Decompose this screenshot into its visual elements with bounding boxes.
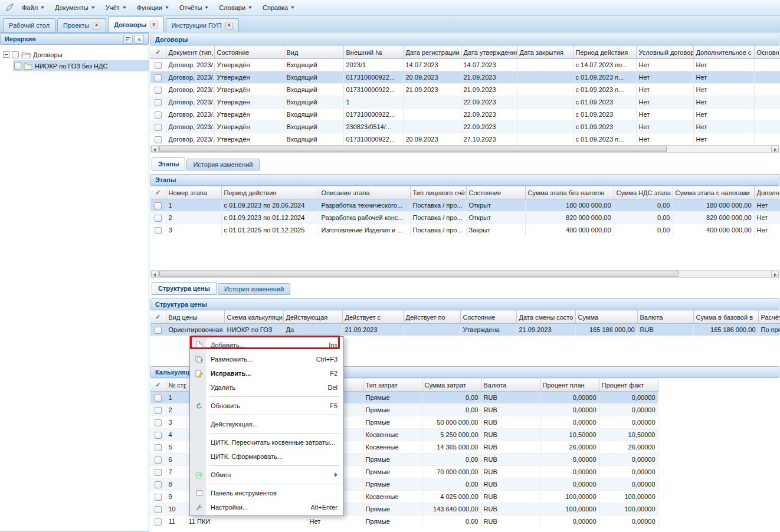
column-header[interactable]: Условный договор xyxy=(636,46,693,59)
panel-tab[interactable]: История изменений xyxy=(218,283,290,295)
row-checkbox[interactable] xyxy=(155,432,162,439)
collapse-panel-icon[interactable] xyxy=(135,35,144,44)
table-row[interactable]: Договор, 2023/...УтверждёнВходящий017310… xyxy=(150,109,780,121)
context-menu-item[interactable]: Настройки...Alt+Enter xyxy=(191,500,342,514)
horizontal-scrollbar[interactable] xyxy=(150,145,779,153)
table-row[interactable]: Договор, 2023/...УтверждёнВходящий2023/1… xyxy=(150,59,780,71)
column-header[interactable]: Сумма xyxy=(575,311,637,324)
tree-node-checkbox[interactable] xyxy=(12,51,19,58)
column-header[interactable]: Основн xyxy=(754,46,780,59)
row-checkbox[interactable] xyxy=(155,227,162,234)
column-header[interactable]: Сумма этапа с налогами xyxy=(673,186,754,199)
column-header[interactable]: Тип затрат xyxy=(363,379,422,392)
column-header[interactable]: Период действия xyxy=(221,186,319,199)
table-row[interactable]: 1111 ПКИНетПрямые0,00RUB0,000000,00000 xyxy=(150,515,658,528)
column-header[interactable]: Схема калькуляци xyxy=(224,311,283,324)
row-checkbox[interactable] xyxy=(155,124,162,131)
row-checkbox[interactable] xyxy=(155,444,162,451)
column-header[interactable]: Сумма в базовой в xyxy=(693,311,758,324)
column-header[interactable]: Состояние xyxy=(214,46,284,59)
column-header[interactable]: Дата регистрации xyxy=(403,46,461,59)
column-header[interactable]: Дополн xyxy=(754,186,780,199)
context-menu-item[interactable]: Действующая... xyxy=(191,417,342,431)
column-header[interactable]: Дата смены состо xyxy=(516,311,575,324)
context-menu-item[interactable]: Исправить...F2 xyxy=(191,366,342,380)
row-checkbox[interactable] xyxy=(155,87,162,94)
select-all-column-header[interactable]: ✓ xyxy=(150,46,166,59)
scroll-left-icon[interactable] xyxy=(151,271,159,277)
row-checkbox[interactable] xyxy=(155,395,162,402)
column-header[interactable]: Процент план xyxy=(540,379,599,392)
column-header[interactable]: Номер этапа xyxy=(166,186,221,199)
table-row[interactable]: Договор, 2023/...УтверждёнВходящий230823… xyxy=(150,121,780,133)
tree-node-selection[interactable]: НИОКР по ГОЗ без НДС xyxy=(13,60,149,71)
row-checkbox[interactable] xyxy=(155,74,162,81)
table-row[interactable]: 2с 01.09.2023 по 01.12.2024Разработка ра… xyxy=(150,212,780,224)
row-checkbox[interactable] xyxy=(155,111,162,119)
context-menu-item[interactable]: ЦИТК. Сформировать... xyxy=(191,449,342,464)
workspace-tab[interactable]: Рабочий стол xyxy=(3,18,55,32)
scrollbar-thumb[interactable] xyxy=(159,271,679,277)
row-checkbox[interactable] xyxy=(155,457,162,464)
table-row[interactable]: 3с 01.01.2025 по 01.12.2025Изготовление … xyxy=(150,224,780,237)
table-row[interactable]: Договор, 2023/...УтверждёнВходящий122.09… xyxy=(150,96,780,109)
scroll-left-icon[interactable] xyxy=(151,146,159,152)
row-checkbox[interactable] xyxy=(155,202,162,209)
context-menu-item[interactable]: УдалитьDel xyxy=(191,380,342,395)
column-header[interactable]: Действует по xyxy=(403,311,460,324)
panel-tab[interactable]: Структура цены xyxy=(152,282,217,295)
menubar-item[interactable]: Учёт xyxy=(100,1,132,14)
tree-node-checkbox[interactable] xyxy=(14,63,21,70)
tree-node[interactable]: НИОКР по ГОЗ без НДС xyxy=(0,60,149,71)
column-header[interactable]: Сумма этапа без налогов xyxy=(525,186,614,199)
table-row[interactable]: Договор, 2023/...УтверждёнВходящий017310… xyxy=(150,71,780,84)
context-menu-item[interactable]: Панель инструментов xyxy=(191,486,342,500)
menubar-item[interactable]: Файл xyxy=(17,1,50,14)
sort-icon[interactable] xyxy=(123,35,133,44)
column-header[interactable]: Дополнительное с xyxy=(693,46,754,59)
tree-node[interactable]: Договоры xyxy=(0,49,149,60)
horizontal-scrollbar[interactable] xyxy=(150,270,779,278)
context-menu-item[interactable]: ОбновитьF5 xyxy=(191,399,342,413)
column-header[interactable]: Расчёт xyxy=(758,311,780,324)
column-header[interactable]: Вид цены xyxy=(166,311,224,324)
table-row[interactable]: 1с 01.09.2023 по 28.06.2024Разработка те… xyxy=(150,199,780,212)
select-all-column-header[interactable]: ✓ xyxy=(150,311,166,324)
menubar-item[interactable]: Справка xyxy=(257,1,300,14)
column-header[interactable]: № стр... xyxy=(166,379,186,392)
menubar-item[interactable]: Словари xyxy=(214,1,257,14)
menubar-item[interactable]: Документы xyxy=(50,1,100,14)
close-tab-icon[interactable] xyxy=(150,21,158,28)
workspace-tab[interactable]: Инструкции ПУП xyxy=(166,18,239,32)
row-checkbox[interactable] xyxy=(155,419,162,426)
column-header[interactable]: Дата утверждения xyxy=(461,46,517,59)
column-header[interactable]: Состояние xyxy=(460,311,516,324)
column-header[interactable]: Действует с xyxy=(342,311,403,324)
row-checkbox[interactable] xyxy=(155,215,162,222)
close-tab-icon[interactable] xyxy=(225,22,233,29)
column-header[interactable]: Дата закрытия xyxy=(517,46,573,59)
column-header[interactable]: Тип лицевого счёт xyxy=(410,186,466,199)
menubar-item[interactable]: Отчёты xyxy=(174,1,214,14)
scrollbar-thumb[interactable] xyxy=(159,146,667,152)
select-all-column-header[interactable]: ✓ xyxy=(150,186,166,199)
column-header[interactable]: Действующая xyxy=(283,311,342,324)
column-header[interactable]: Сумма НДС этапа xyxy=(614,186,673,199)
workspace-tab[interactable]: Договоры xyxy=(108,17,163,32)
context-menu-item[interactable]: Обмен xyxy=(191,468,342,482)
column-header[interactable]: Сумма затрат xyxy=(422,379,481,392)
context-menu-item[interactable]: Размножить...Ctrl+F3 xyxy=(191,352,342,366)
context-menu-item[interactable]: ЦИТК. Пересчитать косвенные затраты... xyxy=(191,435,342,449)
close-tab-icon[interactable] xyxy=(93,22,100,29)
panel-tab[interactable]: Этапы xyxy=(152,157,185,170)
row-checkbox[interactable] xyxy=(155,518,162,526)
workspace-tab[interactable]: Проекты xyxy=(57,18,106,32)
scroll-right-icon[interactable] xyxy=(771,146,779,152)
column-header[interactable]: Период действия xyxy=(573,46,636,59)
row-checkbox[interactable] xyxy=(155,99,162,106)
column-header[interactable]: Процент факт xyxy=(599,379,658,392)
row-checkbox[interactable] xyxy=(155,494,162,501)
column-header[interactable]: Состояние xyxy=(466,186,525,199)
column-header[interactable]: Документ (тип, № xyxy=(166,46,214,59)
row-checkbox[interactable] xyxy=(155,136,162,143)
